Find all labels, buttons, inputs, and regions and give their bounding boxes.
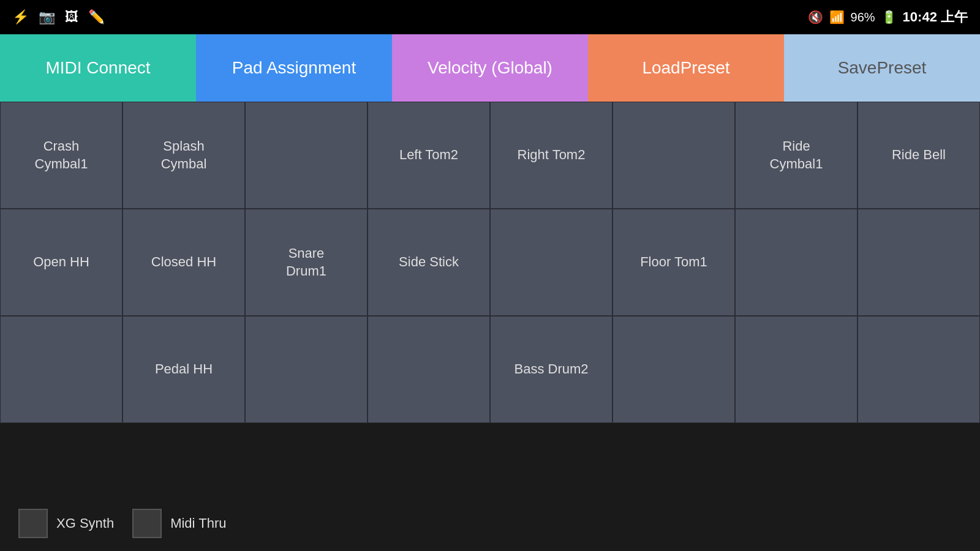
pad-empty-r0c5[interactable] (612, 102, 735, 209)
image-icon: 🖼 (65, 9, 78, 25)
bottom-bar: XG Synth Midi Thru (0, 496, 980, 551)
pad-empty-r2c2[interactable] (245, 316, 368, 423)
pad-left-tom2[interactable]: Left Tom2 (368, 102, 490, 209)
midi-thru-label: Midi Thru (170, 515, 226, 531)
pad-empty-r2c3[interactable] (368, 316, 490, 423)
tab-load-preset[interactable]: LoadPreset (588, 34, 784, 102)
pad-closed-hh[interactable]: Closed HH (123, 209, 245, 316)
pad-empty-r2c0[interactable] (0, 316, 123, 423)
usb-icon: ⚡ (12, 9, 29, 25)
pad-grid: CrashCymbal1 SplashCymbal Left Tom2 Righ… (0, 102, 980, 423)
pad-empty-r0c2[interactable] (245, 102, 368, 209)
battery-icon: 🔋 (881, 10, 897, 24)
status-left-icons: ⚡ 📷 🖼 ✏️ (12, 9, 105, 25)
tab-pad-assignment[interactable]: Pad Assignment (196, 34, 392, 102)
battery-percentage: 96% (851, 10, 875, 24)
pad-grid-container: CrashCymbal1 SplashCymbal Left Tom2 Righ… (0, 102, 980, 496)
pad-empty-r2c7[interactable] (858, 316, 980, 423)
pad-empty-r2c5[interactable] (612, 316, 735, 423)
signal-bars-icon: 📶 (829, 10, 845, 24)
pad-ride-cymbal1[interactable]: RideCymbal1 (735, 102, 858, 209)
pad-bass-drum2[interactable]: Bass Drum2 (490, 316, 612, 423)
pad-ride-bell[interactable]: Ride Bell (858, 102, 980, 209)
pad-empty-r1c7[interactable] (858, 209, 980, 316)
pad-open-hh[interactable]: Open HH (0, 209, 123, 316)
camera-icon: 📷 (39, 9, 55, 25)
status-right-icons: 🔇 📶 96% 🔋 10:42 上午 (808, 8, 968, 26)
tab-midi-connect[interactable]: MIDI Connect (0, 34, 196, 102)
xg-synth-checkbox[interactable] (18, 509, 48, 538)
pad-side-stick[interactable]: Side Stick (368, 209, 490, 316)
pad-crash-cymbal1[interactable]: CrashCymbal1 (0, 102, 123, 209)
pad-pedal-hh[interactable]: Pedal HH (123, 316, 245, 423)
xg-synth-label: XG Synth (56, 515, 114, 531)
pad-snare-drum1[interactable]: SnareDrum1 (245, 209, 368, 316)
nav-tabs: MIDI Connect Pad Assignment Velocity (Gl… (0, 34, 980, 102)
pad-empty-r1c6[interactable] (735, 209, 858, 316)
status-time: 10:42 上午 (903, 8, 968, 26)
pad-right-tom2[interactable]: Right Tom2 (490, 102, 612, 209)
pad-splash-cymbal[interactable]: SplashCymbal (123, 102, 245, 209)
pad-empty-r2c6[interactable] (735, 316, 858, 423)
pencil-icon: ✏️ (88, 9, 105, 25)
xg-synth-checkbox-item: XG Synth (18, 509, 114, 538)
midi-thru-checkbox-item: Midi Thru (132, 509, 226, 538)
midi-thru-checkbox[interactable] (132, 509, 162, 538)
status-bar: ⚡ 📷 🖼 ✏️ 🔇 📶 96% 🔋 10:42 上午 (0, 0, 980, 34)
pad-floor-tom1[interactable]: Floor Tom1 (612, 209, 735, 316)
pad-empty-r1c4[interactable] (490, 209, 612, 316)
bluetooth-mute-icon: 🔇 (808, 10, 823, 24)
tab-velocity-global[interactable]: Velocity (Global) (392, 34, 588, 102)
tab-save-preset[interactable]: SavePreset (784, 34, 980, 102)
